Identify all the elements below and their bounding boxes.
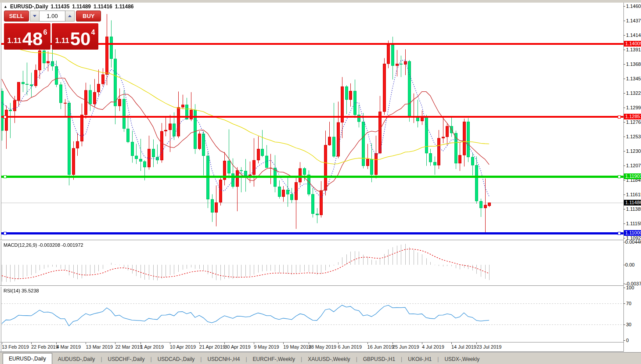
rsi-indicator-label: RSI(14) 35.5238 bbox=[4, 288, 39, 293]
price-axis-tick-mark bbox=[623, 50, 625, 50]
hline-price-label: 1.12851 bbox=[624, 114, 641, 119]
chart-tab-usdx-weekly[interactable]: USDX-,Weekly bbox=[439, 354, 485, 364]
price-axis-tick: 1.14145 bbox=[626, 32, 641, 38]
date-axis-label: 28 May 2019 bbox=[309, 344, 337, 350]
price-axis-tick: 1.12075 bbox=[626, 163, 641, 168]
window-top-strip bbox=[0, 0, 641, 3]
date-axis-label: 6 Jun 2019 bbox=[338, 344, 362, 350]
price-axis-tick-mark bbox=[623, 79, 625, 79]
price-axis-tick-mark bbox=[623, 21, 625, 21]
chart-tab-eurchf-weekly[interactable]: EURCHF-,Weekly bbox=[247, 354, 301, 364]
pane-separator[interactable] bbox=[0, 285, 641, 287]
price-axis-tick-mark bbox=[623, 93, 625, 94]
hline-price-label: 1.11901 bbox=[624, 173, 641, 179]
date-axis-label: 22 Mar 2019 bbox=[115, 344, 142, 350]
price-axis-tick: 1.11615 bbox=[626, 192, 641, 197]
price-axis-tick: 1.13455 bbox=[626, 76, 641, 81]
price-axis-tick-mark bbox=[623, 64, 625, 65]
chart-tab-bar: EURUSD-,DailyAUDUSD-,Daily|USDCHF-,Daily… bbox=[0, 352, 641, 364]
sell-button[interactable]: SELL bbox=[4, 11, 29, 22]
macd-axis-tick: 0.004465 bbox=[625, 239, 641, 245]
price-axis-tick: 1.12765 bbox=[626, 119, 641, 125]
chart-tab-gbpusd-h1[interactable]: GBPUSD-,H1 bbox=[357, 354, 401, 364]
chart-tab-eurusd-daily[interactable]: EURUSD-,Daily bbox=[3, 353, 52, 364]
rsi-axis-tick: 30 bbox=[626, 322, 631, 327]
rsi-axis-tick: 0 bbox=[626, 338, 629, 343]
chart-window: ▲ EURUSD-,Daily 1.11435 1.11489 1.11416 … bbox=[0, 0, 641, 364]
one-click-trade-widget: SELL BUY 1.11 48 6 1.11 50 4 bbox=[4, 11, 101, 50]
price-axis-tick-mark bbox=[623, 166, 625, 166]
rsi-axis-tick-mark bbox=[623, 340, 625, 341]
date-axis-label: 4 Mar 2019 bbox=[56, 344, 81, 350]
date-axis-label: 25 Jun 2019 bbox=[393, 344, 419, 350]
price-axis-tick-mark bbox=[623, 223, 625, 224]
chart-title: EURUSD-,Daily bbox=[10, 4, 48, 10]
price-axis-tick: 1.13225 bbox=[626, 90, 641, 96]
ohlc-high: 1.11489 bbox=[72, 4, 91, 10]
volume-decrease-button[interactable] bbox=[30, 11, 40, 22]
buy-button[interactable]: BUY bbox=[76, 11, 101, 22]
ask-price-prefix: 1.11 bbox=[55, 36, 69, 45]
chart-tab-ukoil-h1[interactable]: UKOil-,H1 bbox=[402, 354, 437, 364]
rsi-axis-tick-mark bbox=[623, 303, 625, 304]
price-axis-tick-mark bbox=[623, 209, 625, 209]
ohlc-low: 1.11416 bbox=[94, 4, 112, 10]
rsi-canvas[interactable] bbox=[1, 286, 623, 342]
hline-price-label: 1.14009 bbox=[624, 41, 641, 47]
price-axis-tick-mark bbox=[623, 180, 625, 180]
bid-price-big: 48 bbox=[22, 31, 43, 47]
macd-canvas[interactable] bbox=[1, 241, 623, 285]
chart-tab-usdchf-daily[interactable]: USDCHF-,Daily bbox=[102, 354, 151, 364]
date-axis-label: 13 Feb 2019 bbox=[2, 344, 29, 350]
chart-header: ▲ EURUSD-,Daily 1.11435 1.11489 1.11416 … bbox=[4, 4, 133, 10]
date-axis-label: 16 Jun 2019 bbox=[367, 344, 394, 350]
macd-indicator-label: MACD(12,26,9) -0.003208 -0.001972 bbox=[4, 242, 83, 248]
rsi-axis-tick: 100 bbox=[626, 285, 634, 290]
date-axis-label: 14 Jul 2019 bbox=[451, 344, 476, 350]
symbol-arrow-icon: ▲ bbox=[4, 4, 7, 9]
chart-tab-usdcad-daily[interactable]: USDCAD-,Daily bbox=[152, 354, 201, 364]
bid-price-label: 1.11486 bbox=[624, 200, 641, 205]
pane-separator[interactable] bbox=[0, 240, 641, 241]
price-axis-tick-mark bbox=[623, 151, 625, 151]
chevron-up-icon bbox=[68, 15, 72, 17]
bid-price-prefix: 1.11 bbox=[7, 36, 22, 45]
date-axis-label: 22 Feb 2019 bbox=[31, 344, 58, 350]
price-axis-tick: 1.11155 bbox=[626, 221, 641, 226]
volume-increase-button[interactable] bbox=[65, 11, 75, 22]
bid-price-sup: 6 bbox=[43, 29, 47, 36]
date-axis-label: 19 May 2019 bbox=[283, 344, 311, 350]
price-axis-tick-mark bbox=[623, 108, 625, 108]
date-axis-label: 23 Jul 2019 bbox=[476, 344, 501, 350]
price-axis-tick-mark bbox=[623, 35, 625, 36]
chart-tab-usdcnh-h4[interactable]: USDCNH-,H4 bbox=[202, 354, 245, 364]
hline-price-label: 1.11000 bbox=[624, 230, 641, 236]
chart-tab-xauusd-weekly[interactable]: XAUUSD-,Weekly bbox=[302, 354, 356, 364]
rsi-axis-tick: 70 bbox=[626, 301, 631, 306]
price-axis-tick: 1.13915 bbox=[626, 47, 641, 52]
price-axis-tick-mark bbox=[623, 137, 625, 137]
price-axis-tick-mark bbox=[623, 238, 625, 238]
date-axis-label: 1 Apr 2019 bbox=[140, 344, 164, 350]
ask-quote-panel[interactable]: 1.11 50 4 bbox=[52, 23, 98, 50]
chart-tab-audusd-daily[interactable]: AUDUSD-,Daily bbox=[52, 354, 101, 364]
price-axis-tick: 1.13685 bbox=[626, 61, 641, 67]
date-axis-label: 30 Apr 2019 bbox=[224, 344, 250, 350]
ask-price-big: 50 bbox=[70, 31, 91, 47]
price-axis-tick: 1.11385 bbox=[626, 206, 641, 212]
ohlc-open: 1.11435 bbox=[51, 4, 70, 10]
price-axis-tick-mark bbox=[623, 122, 625, 123]
date-axis-label: 10 Apr 2019 bbox=[170, 344, 196, 350]
date-axis-label: 13 Mar 2019 bbox=[86, 344, 113, 350]
bid-quote-panel[interactable]: 1.11 48 6 bbox=[4, 23, 50, 50]
volume-input[interactable] bbox=[40, 11, 65, 22]
chevron-down-icon bbox=[33, 15, 36, 17]
macd-axis-tick: 0.00 bbox=[625, 262, 634, 267]
price-axis-tick: 1.12995 bbox=[626, 105, 641, 110]
rsi-axis-tick-mark bbox=[623, 288, 625, 288]
date-axis-label: 4 Jul 2019 bbox=[422, 344, 444, 350]
pane-separator bbox=[0, 342, 641, 343]
date-axis-label: 9 May 2019 bbox=[254, 344, 279, 350]
price-axis-tick-mark bbox=[623, 195, 625, 195]
price-axis-tick: 1.12305 bbox=[626, 148, 641, 154]
